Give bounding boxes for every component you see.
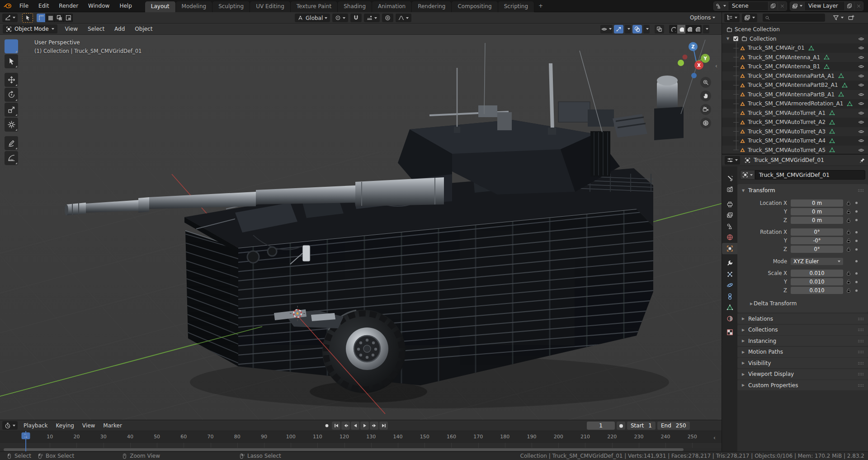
gizmo-dropdown[interactable] <box>625 25 631 33</box>
menu-item[interactable]: View <box>60 23 83 35</box>
toolbar-tool-button[interactable] <box>5 39 18 53</box>
active-tool-icon[interactable] <box>22 13 33 23</box>
menu-item[interactable]: Render <box>54 0 83 12</box>
select-mode-box[interactable] <box>46 14 55 22</box>
camera-view-button[interactable] <box>700 104 711 115</box>
lock-icon[interactable] <box>846 209 851 214</box>
properties-tab[interactable] <box>722 280 737 291</box>
jump-to-start-button[interactable] <box>332 422 340 430</box>
outliner-search-input[interactable] <box>763 14 825 22</box>
sidebar-collapse-arrow[interactable]: ‹ <box>715 63 717 69</box>
timeline-editor-type-selector[interactable] <box>2 421 18 430</box>
transform-orientation-dropdown[interactable]: Global <box>295 14 330 22</box>
menu-item[interactable]: Add <box>109 23 130 35</box>
panel-drag-grip[interactable] <box>857 189 864 192</box>
properties-tab[interactable] <box>722 258 737 269</box>
properties-tab[interactable] <box>722 327 737 338</box>
next-keyframe-button[interactable] <box>370 422 378 430</box>
current-frame-field[interactable]: 1 <box>587 422 615 430</box>
outliner-object-row[interactable]: Truck_SM_CMVAntenna_B1 <box>722 62 868 71</box>
shading-dropdown[interactable] <box>703 25 709 33</box>
menu-item[interactable]: Object <box>130 23 157 35</box>
overlays-dropdown[interactable] <box>643 25 650 33</box>
timeline-menu-item[interactable]: Playback <box>19 420 52 431</box>
hide-toggle-eye-icon[interactable] <box>858 91 864 98</box>
properties-tab[interactable] <box>722 291 737 302</box>
value-field[interactable]: 0 m <box>791 208 843 215</box>
menu-item[interactable]: Select <box>83 23 109 35</box>
collapsed-panel-header[interactable]: ▶ Visibility <box>737 358 868 368</box>
value-field[interactable]: 0° <box>791 246 843 253</box>
animate-dot[interactable] <box>855 260 858 262</box>
timeline-keyframe-strip[interactable] <box>0 442 722 448</box>
outliner-object-row[interactable]: Truck_SM_CMVAutoTurret_A5 <box>722 146 868 154</box>
value-field[interactable]: 0 m <box>791 217 843 224</box>
show-gizmo-toggle[interactable] <box>614 25 623 33</box>
hide-toggle-eye-icon[interactable] <box>858 82 864 88</box>
hide-toggle-eye-icon[interactable] <box>858 54 864 61</box>
toolbar-tool-button[interactable] <box>5 54 18 68</box>
value-field[interactable]: 0.010 <box>791 270 843 277</box>
timeline-scrollbar[interactable] <box>0 448 722 451</box>
animate-dot[interactable] <box>855 272 858 275</box>
pan-view-button[interactable] <box>700 90 711 101</box>
collection-expand-arrow[interactable]: ▼ <box>726 37 730 41</box>
collapsed-panel-header[interactable]: ▶ Viewport Display <box>737 369 868 379</box>
hide-toggle-eye-icon[interactable] <box>858 119 864 125</box>
lock-icon[interactable] <box>846 229 851 235</box>
outliner-object-row[interactable]: Truck_SM_CMVAutoTurret_A2 <box>722 118 868 127</box>
jump-to-end-button[interactable] <box>379 422 388 430</box>
workspace-tab[interactable]: Sculpting <box>212 1 250 12</box>
new-scene-button[interactable] <box>768 2 778 10</box>
delta-transform-panel-header[interactable]: ▶Delta Transform <box>749 299 868 308</box>
panel-drag-grip[interactable] <box>857 372 864 376</box>
snap-target-dropdown[interactable] <box>364 14 380 22</box>
properties-tab[interactable] <box>722 302 737 313</box>
play-button[interactable] <box>360 422 369 430</box>
outliner-filter-dropdown[interactable] <box>830 14 846 22</box>
timeline-menu-item[interactable]: Keying <box>52 420 78 431</box>
properties-tab[interactable] <box>722 243 737 254</box>
timeline-ruler[interactable]: 1020304050607080901001101201301401501601… <box>0 431 722 442</box>
hide-toggle-eye-icon[interactable] <box>858 138 864 144</box>
workspace-tab[interactable]: Layout <box>145 1 176 12</box>
view-layer-selector[interactable]: View Layer <box>790 1 863 11</box>
workspace-tab[interactable]: UV Editing <box>250 1 291 12</box>
end-frame-field[interactable]: End250 <box>657 422 690 430</box>
scene-name[interactable]: Scene <box>728 3 768 9</box>
outliner-object-row[interactable]: Truck_SM_CMVAntennaPartB2_A1 <box>722 81 868 90</box>
collapsed-panel-header[interactable]: ▶ Relations <box>737 313 868 324</box>
preview-range-clock-button[interactable] <box>617 422 625 430</box>
select-mode-circle[interactable] <box>55 14 64 22</box>
select-mode-tweak[interactable] <box>37 14 46 22</box>
pin-icon[interactable] <box>859 157 865 163</box>
object-name-field[interactable]: Truck_SM_CMVGridDef_01 <box>755 170 865 180</box>
panel-drag-grip[interactable] <box>857 317 864 321</box>
animate-dot[interactable] <box>855 248 858 251</box>
workspace-tab[interactable]: Animation <box>372 1 412 12</box>
scene-selector[interactable]: Scene <box>713 1 787 11</box>
timeline-scrollbar-thumb[interactable] <box>4 448 684 451</box>
rotation-mode-dropdown[interactable]: XYZ Euler <box>791 258 843 265</box>
lock-icon[interactable] <box>846 200 851 206</box>
panel-drag-grip[interactable] <box>857 339 864 343</box>
animate-dot[interactable] <box>855 202 858 204</box>
editor-type-selector[interactable] <box>2 14 18 22</box>
panel-expand-arrow[interactable]: ▼ <box>741 189 745 193</box>
shading-mode-button[interactable] <box>677 25 685 33</box>
collapsed-panel-header[interactable]: ▶ Custom Properties <box>737 380 868 390</box>
outliner-editor-type-selector[interactable] <box>724 14 740 22</box>
toolbar-tool-button[interactable] <box>5 151 18 165</box>
panel-drag-grip[interactable] <box>857 328 864 332</box>
toolbar-tool-button[interactable] <box>5 88 18 102</box>
workspace-tab[interactable]: Shading <box>338 1 372 12</box>
timeline-menu-item[interactable]: Marker <box>99 420 126 431</box>
value-field[interactable]: 0.010 <box>791 278 843 285</box>
scene-icon[interactable] <box>714 2 728 10</box>
xray-toggle[interactable] <box>655 25 664 33</box>
hide-toggle-eye-icon[interactable] <box>858 147 864 153</box>
object-type-visibility-dropdown[interactable] <box>600 25 613 33</box>
outliner-object-row[interactable]: Truck_SM_CMVAntenna_A1 <box>722 53 868 62</box>
properties-tab[interactable] <box>722 232 737 243</box>
perspective-toggle-button[interactable] <box>700 118 711 128</box>
